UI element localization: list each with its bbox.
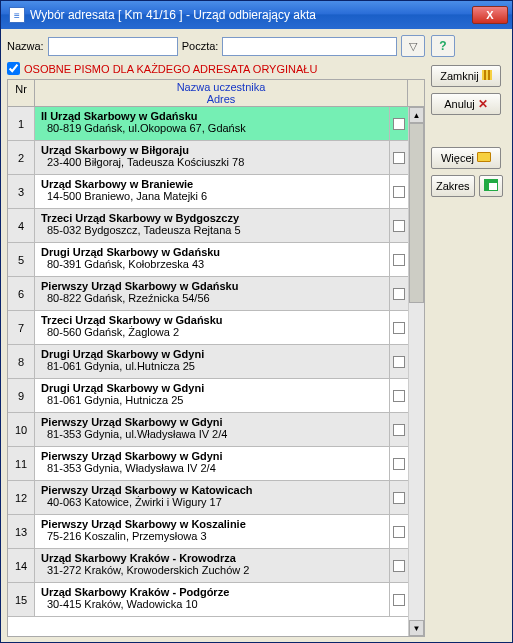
row-checkbox[interactable] [393, 186, 405, 198]
row-checkbox-cell[interactable] [390, 141, 408, 174]
row-nr: 7 [8, 311, 35, 344]
row-name: Urząd Skarbowy Kraków - Krowodrza [41, 552, 383, 564]
row-checkbox[interactable] [393, 526, 405, 538]
row-addr: 75-216 Koszalin, Przemysłowa 3 [41, 530, 383, 542]
row-content: Drugi Urząd Skarbowy w Gdyni81-061 Gdyni… [35, 379, 390, 412]
poczta-input[interactable] [222, 37, 397, 56]
filter-button[interactable] [401, 35, 425, 57]
row-addr: 80-822 Gdańsk, Rzeźnicka 54/56 [41, 292, 383, 304]
row-checkbox[interactable] [393, 254, 405, 266]
row-checkbox-cell[interactable] [390, 583, 408, 616]
osobne-pismo-checkbox[interactable] [7, 62, 20, 75]
row-checkbox-cell[interactable] [390, 413, 408, 446]
titlebar: ≡ Wybór adresata [ Km 41/16 ] - Urząd od… [1, 1, 512, 29]
row-checkbox-cell[interactable] [390, 243, 408, 276]
row-content: Trzeci Urząd Skarbowy w Bydgoszczy85-032… [35, 209, 390, 242]
table-row[interactable]: 8Drugi Urząd Skarbowy w Gdyni81-061 Gdyn… [8, 345, 408, 379]
table-row[interactable]: 4Trzeci Urząd Skarbowy w Bydgoszczy85-03… [8, 209, 408, 243]
row-checkbox[interactable] [393, 560, 405, 572]
row-checkbox[interactable] [393, 356, 405, 368]
table-row[interactable]: 15Urząd Skarbowy Kraków - Podgórze30-415… [8, 583, 408, 617]
row-checkbox[interactable] [393, 458, 405, 470]
col-header-main[interactable]: Nazwa uczestnika Adres [35, 80, 408, 106]
table-row[interactable]: 13Pierwszy Urząd Skarbowy w Koszalinie75… [8, 515, 408, 549]
row-name: II Urząd Skarbowy w Gdańsku [41, 110, 383, 122]
row-addr: 85-032 Bydgoszcz, Tadeusza Rejtana 5 [41, 224, 383, 236]
table-row[interactable]: 14Urząd Skarbowy Kraków - Krowodrza31-27… [8, 549, 408, 583]
row-checkbox[interactable] [393, 322, 405, 334]
scroll-thumb[interactable] [409, 123, 424, 303]
row-content: Urząd Skarbowy Kraków - Krowodrza31-272 … [35, 549, 390, 582]
zakres-button[interactable]: Zakres [431, 175, 475, 197]
scroll-up-arrow[interactable]: ▲ [409, 107, 424, 123]
row-checkbox-cell[interactable] [390, 515, 408, 548]
row-checkbox-cell[interactable] [390, 107, 408, 140]
row-addr: 81-061 Gdynia, ul.Hutnicza 25 [41, 360, 383, 372]
table-row[interactable]: 6Pierwszy Urząd Skarbowy w Gdańsku80-822… [8, 277, 408, 311]
row-nr: 6 [8, 277, 35, 310]
table-row[interactable]: 9Drugi Urząd Skarbowy w Gdyni81-061 Gdyn… [8, 379, 408, 413]
row-addr: 80-560 Gdańsk, Żaglowa 2 [41, 326, 383, 338]
table-button[interactable] [479, 175, 503, 197]
row-addr: 81-353 Gdynia, ul.Władysława IV 2/4 [41, 428, 383, 440]
key-icon [477, 151, 491, 165]
row-nr: 10 [8, 413, 35, 446]
scrollbar[interactable]: ▲ ▼ [408, 107, 424, 636]
help-button[interactable] [431, 35, 455, 57]
row-checkbox-cell[interactable] [390, 277, 408, 310]
row-content: Urząd Skarbowy Kraków - Podgórze30-415 K… [35, 583, 390, 616]
row-checkbox-cell[interactable] [390, 379, 408, 412]
row-name: Pierwszy Urząd Skarbowy w Koszalinie [41, 518, 383, 530]
row-checkbox[interactable] [393, 118, 405, 130]
table-row[interactable]: 7Trzeci Urząd Skarbowy w Gdańsku80-560 G… [8, 311, 408, 345]
row-checkbox[interactable] [393, 220, 405, 232]
x-icon [478, 97, 488, 111]
table-row[interactable]: 10Pierwszy Urząd Skarbowy w Gdyni81-353 … [8, 413, 408, 447]
nazwa-input[interactable] [48, 37, 178, 56]
row-nr: 5 [8, 243, 35, 276]
row-checkbox[interactable] [393, 594, 405, 606]
row-name: Pierwszy Urząd Skarbowy w Katowicach [41, 484, 383, 496]
row-addr: 23-400 Biłgoraj, Tadeusza Kościuszki 78 [41, 156, 383, 168]
row-checkbox[interactable] [393, 152, 405, 164]
table-row[interactable]: 5Drugi Urząd Skarbowy w Gdańsku80-391 Gd… [8, 243, 408, 277]
row-checkbox-cell[interactable] [390, 209, 408, 242]
row-checkbox[interactable] [393, 424, 405, 436]
row-nr: 1 [8, 107, 35, 140]
row-addr: 81-061 Gdynia, Hutnicza 25 [41, 394, 383, 406]
row-checkbox-cell[interactable] [390, 345, 408, 378]
row-nr: 15 [8, 583, 35, 616]
row-name: Pierwszy Urząd Skarbowy w Gdańsku [41, 280, 383, 292]
row-checkbox-cell[interactable] [390, 175, 408, 208]
table-row[interactable]: 1II Urząd Skarbowy w Gdańsku80-819 Gdańs… [8, 107, 408, 141]
row-checkbox-cell[interactable] [390, 311, 408, 344]
table-icon [484, 179, 498, 194]
zamknij-button[interactable]: Zamknij [431, 65, 501, 87]
table-row[interactable]: 12Pierwszy Urząd Skarbowy w Katowicach40… [8, 481, 408, 515]
table-row[interactable]: 11Pierwszy Urząd Skarbowy w Gdyni81-353 … [8, 447, 408, 481]
zakres-label: Zakres [436, 180, 470, 192]
col-header-nr[interactable]: Nr [8, 80, 35, 106]
anuluj-label: Anuluj [444, 98, 475, 110]
row-checkbox-cell[interactable] [390, 481, 408, 514]
row-addr: 80-819 Gdańsk, ul.Okopowa 67, Gdańsk [41, 122, 383, 134]
row-checkbox[interactable] [393, 390, 405, 402]
zamknij-label: Zamknij [440, 70, 479, 82]
window-icon: ≡ [9, 7, 25, 23]
poczta-label: Poczta: [182, 40, 219, 52]
row-checkbox[interactable] [393, 492, 405, 504]
scroll-down-arrow[interactable]: ▼ [409, 620, 424, 636]
row-addr: 30-415 Kraków, Wadowicka 10 [41, 598, 383, 610]
anuluj-button[interactable]: Anuluj [431, 93, 501, 115]
wiecej-button[interactable]: Więcej [431, 147, 501, 169]
row-content: Pierwszy Urząd Skarbowy w Gdyni81-353 Gd… [35, 447, 390, 480]
table-row[interactable]: 2Urząd Skarbowy w Biłgoraju23-400 Biłgor… [8, 141, 408, 175]
row-checkbox-cell[interactable] [390, 447, 408, 480]
table-row[interactable]: 3Urząd Skarbowy w Braniewie14-500 Branie… [8, 175, 408, 209]
close-button[interactable]: X [472, 6, 508, 24]
row-checkbox-cell[interactable] [390, 549, 408, 582]
row-nr: 11 [8, 447, 35, 480]
row-content: Urząd Skarbowy w Braniewie14-500 Braniew… [35, 175, 390, 208]
row-checkbox[interactable] [393, 288, 405, 300]
wiecej-label: Więcej [441, 152, 474, 164]
